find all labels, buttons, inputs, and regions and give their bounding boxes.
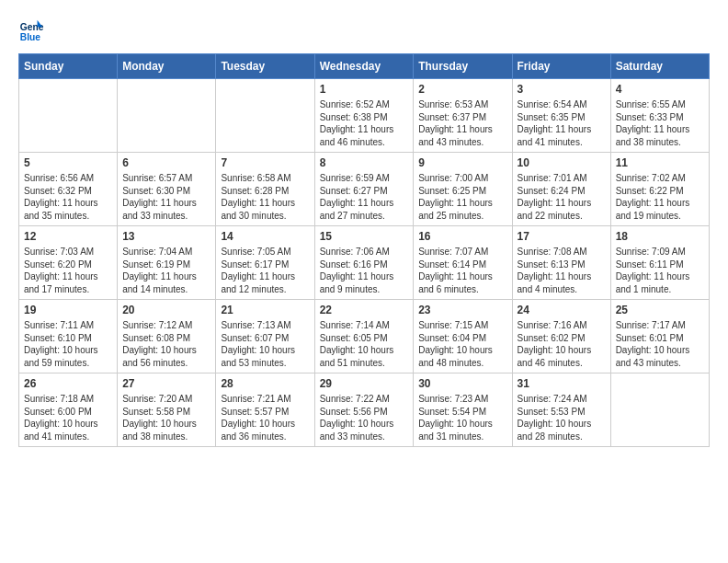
calendar-cell: 7Sunrise: 6:58 AMSunset: 6:28 PMDaylight… <box>216 153 314 226</box>
day-number: 22 <box>320 304 409 316</box>
calendar-cell <box>118 79 216 153</box>
calendar-cell: 24Sunrise: 7:16 AMSunset: 6:02 PMDayligh… <box>512 300 610 373</box>
day-info: Sunrise: 7:20 AMSunset: 5:58 PMDaylight:… <box>122 393 210 442</box>
day-info: Sunrise: 6:57 AMSunset: 6:30 PMDaylight:… <box>122 172 210 222</box>
day-number: 14 <box>221 230 309 243</box>
calendar-cell: 13Sunrise: 7:04 AMSunset: 6:19 PMDayligh… <box>118 226 216 300</box>
logo: General Blue <box>18 18 44 44</box>
calendar-cell: 3Sunrise: 6:54 AMSunset: 6:35 PMDaylight… <box>512 79 610 153</box>
day-number: 1 <box>320 83 409 96</box>
day-info: Sunrise: 6:55 AMSunset: 6:33 PMDaylight:… <box>616 98 704 148</box>
day-number: 11 <box>616 156 704 169</box>
day-info: Sunrise: 6:54 AMSunset: 6:35 PMDaylight:… <box>518 98 606 148</box>
day-number: 28 <box>221 377 309 390</box>
week-row-1: 1Sunrise: 6:52 AMSunset: 6:38 PMDaylight… <box>19 79 710 153</box>
day-info: Sunrise: 7:09 AMSunset: 6:11 PMDaylight:… <box>616 246 704 295</box>
weekday-header-thursday: Thursday <box>414 54 512 79</box>
day-info: Sunrise: 7:17 AMSunset: 6:01 PMDaylight:… <box>616 319 704 369</box>
calendar-cell: 25Sunrise: 7:17 AMSunset: 6:01 PMDayligh… <box>610 300 709 373</box>
day-info: Sunrise: 6:52 AMSunset: 6:38 PMDaylight:… <box>320 98 409 148</box>
calendar-cell: 28Sunrise: 7:21 AMSunset: 5:57 PMDayligh… <box>216 373 314 447</box>
day-number: 20 <box>122 304 210 316</box>
calendar-table: SundayMondayTuesdayWednesdayThursdayFrid… <box>18 53 710 447</box>
calendar-cell: 8Sunrise: 6:59 AMSunset: 6:27 PMDaylight… <box>314 153 414 226</box>
svg-text:General: General <box>20 22 44 32</box>
day-info: Sunrise: 7:23 AMSunset: 5:54 PMDaylight:… <box>418 393 506 442</box>
day-number: 3 <box>518 83 606 96</box>
calendar-cell: 26Sunrise: 7:18 AMSunset: 6:00 PMDayligh… <box>19 373 118 447</box>
day-info: Sunrise: 7:07 AMSunset: 6:14 PMDaylight:… <box>418 246 506 295</box>
day-number: 24 <box>518 304 606 316</box>
day-number: 7 <box>221 156 309 169</box>
calendar-cell: 23Sunrise: 7:15 AMSunset: 6:04 PMDayligh… <box>414 300 512 373</box>
day-info: Sunrise: 7:21 AMSunset: 5:57 PMDaylight:… <box>221 393 309 442</box>
calendar-cell: 15Sunrise: 7:06 AMSunset: 6:16 PMDayligh… <box>314 226 414 300</box>
day-info: Sunrise: 7:08 AMSunset: 6:13 PMDaylight:… <box>518 246 606 295</box>
calendar-cell: 21Sunrise: 7:13 AMSunset: 6:07 PMDayligh… <box>216 300 314 373</box>
weekday-header-row: SundayMondayTuesdayWednesdayThursdayFrid… <box>19 54 710 79</box>
day-info: Sunrise: 6:58 AMSunset: 6:28 PMDaylight:… <box>221 172 309 222</box>
day-number: 6 <box>122 156 210 169</box>
day-number: 4 <box>616 83 704 96</box>
day-number: 29 <box>320 377 409 390</box>
day-number: 31 <box>518 377 606 390</box>
day-info: Sunrise: 7:00 AMSunset: 6:25 PMDaylight:… <box>418 172 506 222</box>
calendar-cell: 30Sunrise: 7:23 AMSunset: 5:54 PMDayligh… <box>414 373 512 447</box>
day-number: 17 <box>518 230 606 243</box>
day-info: Sunrise: 7:16 AMSunset: 6:02 PMDaylight:… <box>518 319 606 369</box>
day-info: Sunrise: 7:06 AMSunset: 6:16 PMDaylight:… <box>320 246 409 295</box>
calendar-cell: 4Sunrise: 6:55 AMSunset: 6:33 PMDaylight… <box>610 79 709 153</box>
day-info: Sunrise: 7:13 AMSunset: 6:07 PMDaylight:… <box>221 319 309 369</box>
day-number: 8 <box>320 156 409 169</box>
day-info: Sunrise: 7:22 AMSunset: 5:56 PMDaylight:… <box>320 393 409 442</box>
day-number: 16 <box>418 230 506 243</box>
day-info: Sunrise: 7:18 AMSunset: 6:00 PMDaylight:… <box>24 393 112 442</box>
calendar-cell: 18Sunrise: 7:09 AMSunset: 6:11 PMDayligh… <box>610 226 709 300</box>
weekday-header-monday: Monday <box>118 54 216 79</box>
day-number: 23 <box>418 304 506 316</box>
day-number: 13 <box>122 230 210 243</box>
day-info: Sunrise: 6:59 AMSunset: 6:27 PMDaylight:… <box>320 172 409 222</box>
day-number: 15 <box>320 230 409 243</box>
day-info: Sunrise: 7:04 AMSunset: 6:19 PMDaylight:… <box>122 246 210 295</box>
day-info: Sunrise: 7:03 AMSunset: 6:20 PMDaylight:… <box>24 246 112 295</box>
calendar-cell: 5Sunrise: 6:56 AMSunset: 6:32 PMDaylight… <box>19 153 118 226</box>
calendar-cell: 2Sunrise: 6:53 AMSunset: 6:37 PMDaylight… <box>414 79 512 153</box>
day-number: 21 <box>221 304 309 316</box>
weekday-header-sunday: Sunday <box>19 54 118 79</box>
calendar-cell: 19Sunrise: 7:11 AMSunset: 6:10 PMDayligh… <box>19 300 118 373</box>
calendar-cell: 29Sunrise: 7:22 AMSunset: 5:56 PMDayligh… <box>314 373 414 447</box>
day-number: 5 <box>24 156 112 169</box>
calendar-cell: 1Sunrise: 6:52 AMSunset: 6:38 PMDaylight… <box>314 79 414 153</box>
day-number: 9 <box>418 156 506 169</box>
calendar-cell: 12Sunrise: 7:03 AMSunset: 6:20 PMDayligh… <box>19 226 118 300</box>
page-header: General Blue <box>18 18 710 44</box>
logo-icon: General Blue <box>18 18 44 44</box>
calendar-cell: 17Sunrise: 7:08 AMSunset: 6:13 PMDayligh… <box>512 226 610 300</box>
calendar-cell <box>610 373 709 447</box>
weekday-header-wednesday: Wednesday <box>314 54 414 79</box>
calendar-cell <box>19 79 118 153</box>
calendar-cell: 22Sunrise: 7:14 AMSunset: 6:05 PMDayligh… <box>314 300 414 373</box>
day-number: 26 <box>24 377 112 390</box>
day-info: Sunrise: 7:11 AMSunset: 6:10 PMDaylight:… <box>24 319 112 369</box>
calendar-cell: 9Sunrise: 7:00 AMSunset: 6:25 PMDaylight… <box>414 153 512 226</box>
calendar-cell: 20Sunrise: 7:12 AMSunset: 6:08 PMDayligh… <box>118 300 216 373</box>
day-info: Sunrise: 7:02 AMSunset: 6:22 PMDaylight:… <box>616 172 704 222</box>
day-info: Sunrise: 6:56 AMSunset: 6:32 PMDaylight:… <box>24 172 112 222</box>
calendar-cell: 11Sunrise: 7:02 AMSunset: 6:22 PMDayligh… <box>610 153 709 226</box>
day-info: Sunrise: 7:01 AMSunset: 6:24 PMDaylight:… <box>518 172 606 222</box>
week-row-4: 19Sunrise: 7:11 AMSunset: 6:10 PMDayligh… <box>19 300 710 373</box>
weekday-header-saturday: Saturday <box>610 54 709 79</box>
calendar-cell: 27Sunrise: 7:20 AMSunset: 5:58 PMDayligh… <box>118 373 216 447</box>
calendar-cell: 6Sunrise: 6:57 AMSunset: 6:30 PMDaylight… <box>118 153 216 226</box>
day-number: 12 <box>24 230 112 243</box>
day-number: 30 <box>418 377 506 390</box>
day-number: 18 <box>616 230 704 243</box>
day-info: Sunrise: 7:24 AMSunset: 5:53 PMDaylight:… <box>518 393 606 442</box>
day-number: 2 <box>418 83 506 96</box>
day-number: 19 <box>24 304 112 316</box>
calendar-cell: 10Sunrise: 7:01 AMSunset: 6:24 PMDayligh… <box>512 153 610 226</box>
day-info: Sunrise: 6:53 AMSunset: 6:37 PMDaylight:… <box>418 98 506 148</box>
day-number: 10 <box>518 156 606 169</box>
